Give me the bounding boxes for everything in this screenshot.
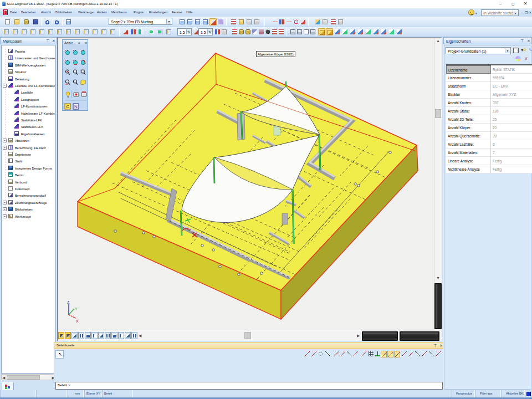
svg-text:C: C [66, 104, 70, 109]
svg-text:Z: Z [67, 300, 70, 304]
svg-text:N: N [74, 104, 78, 109]
svg-text:X: X [76, 319, 79, 323]
svg-text:Y: Y [75, 307, 78, 311]
